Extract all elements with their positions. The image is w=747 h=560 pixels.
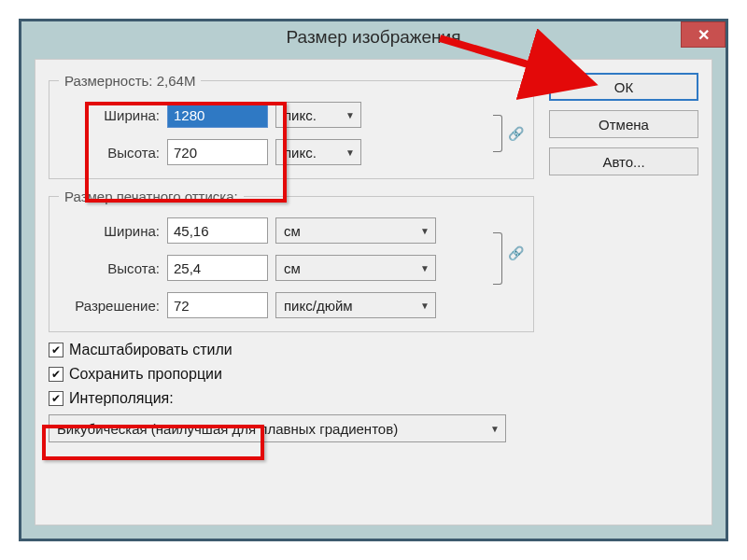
auto-button[interactable]: Авто... (549, 147, 698, 175)
constrain-proportions-label: Сохранить пропорции (69, 366, 222, 383)
cancel-button[interactable]: Отмена (549, 110, 698, 138)
link-bracket (489, 221, 506, 296)
titlebar: Размер изображения ✕ (21, 21, 726, 53)
print-width-unit-value: см (284, 223, 301, 239)
interpolation-value: Бикубическая (наилучшая для плавных град… (57, 421, 398, 437)
chevron-down-icon: ▼ (345, 147, 355, 158)
height-label: Высота: (59, 145, 160, 161)
print-height-label: Высота: (59, 260, 160, 276)
checkbox-icon: ✔ (49, 343, 63, 357)
resolution-unit-value: пикс/дюйм (284, 298, 353, 314)
interpolation-label: Интерполяция: (69, 390, 174, 407)
chevron-down-icon: ▼ (420, 263, 430, 273)
height-unit-select[interactable]: пикс. ▼ (275, 139, 361, 165)
pixel-dimensions-group: Размерность: 2,64M Ширина: 1280 пикс. ▼ (49, 73, 534, 179)
width-input[interactable]: 1280 (167, 102, 268, 128)
print-height-input[interactable]: 25,4 (167, 255, 268, 281)
print-height-unit-value: см (284, 260, 301, 276)
print-width-input[interactable]: 45,16 (167, 217, 268, 244)
link-bracket (489, 102, 506, 165)
close-button[interactable]: ✕ (681, 21, 726, 48)
constrain-proportions-checkbox[interactable]: ✔ Сохранить пропорции (49, 366, 534, 383)
height-unit-value: пикс. (284, 145, 317, 161)
chevron-down-icon: ▼ (490, 424, 500, 434)
width-label: Ширина: (59, 107, 160, 123)
chevron-down-icon: ▼ (345, 110, 355, 120)
resolution-label: Разрешение: (59, 298, 160, 314)
ok-button[interactable]: ОК (549, 73, 698, 101)
print-size-group: Размер печатного оттиска: Ширина: 45,16 … (49, 189, 534, 332)
height-input[interactable]: 720 (167, 139, 268, 165)
interpolation-checkbox[interactable]: ✔ Интерполяция: (49, 390, 534, 407)
close-icon: ✕ (698, 26, 710, 44)
print-height-unit-select[interactable]: см ▼ (275, 255, 436, 281)
window-title: Размер изображения (287, 27, 461, 48)
checkbox-icon: ✔ (49, 391, 63, 406)
print-width-unit-select[interactable]: см ▼ (275, 217, 436, 244)
interpolation-select[interactable]: Бикубическая (наилучшая для плавных град… (49, 414, 506, 442)
link-icon: 🔗 (506, 126, 524, 141)
resolution-input[interactable]: 72 (167, 292, 268, 318)
print-width-label: Ширина: (59, 223, 160, 239)
dialog-window: Размер изображения ✕ Размерность: 2,64M … (19, 19, 728, 541)
resolution-unit-select[interactable]: пикс/дюйм ▼ (275, 292, 436, 318)
link-icon: 🔗 (506, 245, 524, 260)
print-size-legend: Размер печатного оттиска: (59, 189, 244, 204)
width-unit-value: пикс. (284, 107, 317, 123)
checkbox-icon: ✔ (49, 367, 63, 382)
pixel-dimensions-legend: Размерность: 2,64M (59, 73, 201, 89)
dialog-body: Размерность: 2,64M Ширина: 1280 пикс. ▼ (35, 59, 712, 525)
chevron-down-icon: ▼ (420, 301, 430, 311)
width-unit-select[interactable]: пикс. ▼ (275, 102, 361, 128)
scale-styles-checkbox[interactable]: ✔ Масштабировать стили (49, 342, 534, 358)
scale-styles-label: Масштабировать стили (69, 342, 233, 358)
chevron-down-icon: ▼ (420, 226, 430, 236)
